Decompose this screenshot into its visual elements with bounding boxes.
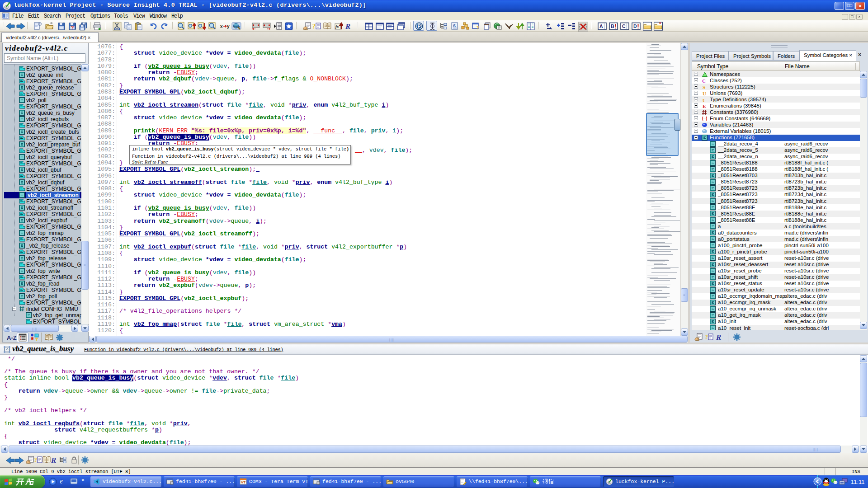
svg-text:?: ?	[476, 25, 479, 30]
svg-text:VT: VT	[241, 480, 245, 484]
svg-text:?: ?	[71, 25, 74, 30]
svg-text:S: S	[703, 84, 705, 90]
svg-text:?: ?	[34, 457, 37, 464]
svg-text:C: C	[702, 78, 706, 84]
svg-text:B: B	[611, 23, 614, 29]
svg-text:fx: fx	[335, 24, 339, 29]
svg-text:x: x	[220, 24, 223, 29]
svg-text:C: C	[622, 23, 626, 29]
svg-text:*: *	[659, 22, 661, 27]
svg-text:S: S	[453, 23, 456, 28]
svg-text:R: R	[51, 456, 56, 465]
svg-text:R: R	[716, 333, 721, 342]
svg-text:U: U	[703, 91, 706, 96]
svg-text:D: D	[633, 23, 637, 29]
svg-text:R: R	[345, 22, 350, 31]
svg-text:y: y	[227, 24, 230, 29]
svg-text:www: www	[233, 25, 241, 28]
svg-text:t: t	[703, 97, 704, 103]
svg-text:P: P	[417, 23, 420, 29]
svg-text:?: ?	[312, 23, 316, 30]
svg-text:A: A	[599, 23, 603, 29]
svg-text:A-Z: A-Z	[7, 334, 17, 341]
svg-text:?: ?	[705, 334, 708, 341]
svg-text:T: T	[36, 338, 38, 342]
svg-text:E: E	[703, 103, 706, 109]
